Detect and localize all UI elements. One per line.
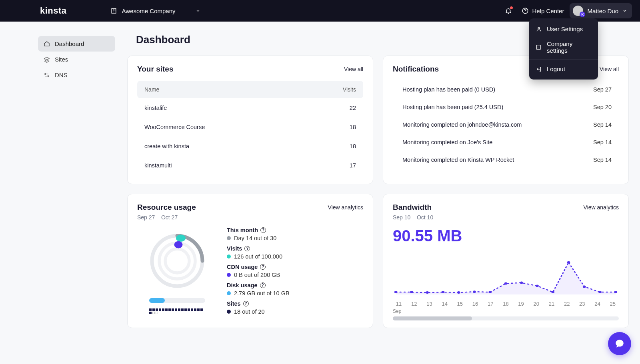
site-visits: 17 (324, 162, 356, 169)
user-name-label: Matteo Duo (587, 8, 618, 14)
sidebar-item-label: DNS (55, 72, 68, 78)
sidebar-item-sites[interactable]: Sites (38, 52, 115, 67)
bandwidth-x-axis: 111213141516171819202122232425 (393, 301, 619, 307)
notification-row[interactable]: Monitoring completed on johndoe@kinsta.c… (393, 116, 619, 133)
card-title: Notifications (393, 65, 439, 74)
metric-label-disk: Disk usage? (227, 282, 363, 288)
metric-label-visits: Visits? (227, 245, 363, 252)
notification-row[interactable]: Monitoring completed on Joe's Site Sep 1… (393, 133, 619, 151)
dropdown-company-settings[interactable]: Company settings (529, 36, 598, 58)
svg-point-19 (520, 282, 523, 284)
svg-point-10 (174, 241, 183, 249)
bandwidth-total: 90.55 MB (393, 227, 619, 245)
user-menu-trigger[interactable]: Matteo Duo (570, 3, 632, 18)
site-name: kinstalife (144, 105, 324, 111)
notification-badge-dot (510, 6, 513, 9)
card-title: Resource usage (137, 203, 196, 212)
help-center-label: Help Center (532, 8, 564, 14)
svg-point-22 (567, 261, 570, 264)
resource-range: Sep 27 – Oct 27 (137, 214, 363, 221)
sidebar-item-label: Sites (55, 56, 68, 63)
chevron-down-icon (622, 8, 627, 13)
chevron-down-icon (196, 8, 200, 13)
logout-icon (536, 66, 542, 72)
svg-point-23 (583, 285, 586, 288)
svg-point-8 (165, 249, 189, 273)
dropdown-user-settings[interactable]: User Settings (529, 22, 598, 36)
metric-label-cdn: CDN usage? (227, 264, 363, 270)
sites-usage-dots (149, 308, 205, 314)
card-resource-usage: Resource usage View analytics Sep 27 – O… (127, 194, 373, 328)
column-header-name: Name (144, 86, 324, 93)
company-switcher[interactable]: Awesome Company (111, 7, 200, 14)
info-icon[interactable]: ? (244, 246, 250, 251)
svg-point-18 (504, 282, 508, 285)
metric-value-visits: 126 out of 100,000 (227, 253, 363, 260)
svg-point-20 (536, 284, 539, 287)
svg-point-16 (473, 290, 476, 293)
notification-row[interactable]: Monitoring completed on Kinsta WP Rocket… (393, 151, 619, 169)
dropdown-logout[interactable]: Logout (529, 62, 598, 76)
card-your-sites: Your sites View all Name Visits kinstali… (127, 56, 373, 184)
notification-text: Monitoring completed on Joe's Site (402, 139, 580, 145)
user-dropdown-menu: User Settings Company settings Logout (529, 18, 598, 80)
svg-point-11 (394, 291, 398, 293)
view-all-notifications-link[interactable]: View all (600, 66, 619, 72)
notification-row[interactable]: Hosting plan has been paid (25.4 USD) Se… (393, 98, 619, 116)
dns-icon (44, 72, 50, 78)
info-icon[interactable]: ? (260, 264, 266, 270)
view-all-sites-link[interactable]: View all (344, 66, 363, 72)
svg-point-25 (614, 291, 617, 293)
view-analytics-link[interactable]: View analytics (584, 204, 619, 211)
building-icon (536, 44, 542, 50)
bandwidth-range: Sep 10 – Oct 10 (393, 214, 619, 221)
user-icon (536, 26, 542, 32)
site-visits: 18 (324, 143, 356, 149)
card-title: Bandwidth (393, 203, 432, 212)
svg-point-9 (176, 235, 186, 242)
table-row[interactable]: WooCommerce Course 18 (137, 117, 363, 137)
home-icon (44, 41, 50, 47)
sidebar-item-dns[interactable]: DNS (38, 67, 115, 83)
view-analytics-link[interactable]: View analytics (328, 204, 363, 211)
site-name: create with kinsta (144, 143, 324, 149)
info-icon[interactable]: ? (260, 282, 266, 288)
info-icon[interactable]: ? (243, 301, 249, 306)
notification-date: Sep 20 (580, 104, 612, 110)
resource-donut-wrap (137, 227, 217, 319)
site-visits: 18 (324, 124, 356, 130)
sidebar-nav: Dashboard Sites DNS (0, 22, 124, 364)
table-row[interactable]: create with kinsta 18 (137, 137, 363, 156)
metric-value-cdn: 0 B out of 200 GB (227, 272, 363, 278)
notifications-bell-button[interactable] (501, 3, 516, 18)
chat-fab-button[interactable] (608, 332, 631, 355)
resource-donut-chart (147, 231, 207, 291)
metric-label-sites: Sites? (227, 300, 363, 307)
table-row[interactable]: kinstamulti 17 (137, 156, 363, 175)
layers-icon (44, 56, 50, 63)
help-center-link[interactable]: Help Center (522, 7, 564, 14)
notification-date: Sep 27 (580, 86, 612, 93)
bandwidth-x-axis-month: Sep (393, 308, 619, 314)
notification-text: Hosting plan has been paid (25.4 USD) (402, 104, 580, 110)
svg-point-2 (538, 27, 540, 29)
bandwidth-line-chart (393, 253, 619, 297)
help-circle-icon (522, 7, 529, 14)
chart-scrollbar[interactable] (393, 316, 619, 320)
site-visits: 22 (324, 105, 356, 111)
metric-value-sites: 18 out of 20 (227, 308, 363, 315)
company-name-label: Awesome Company (122, 8, 176, 14)
brand-logo: kinsta (40, 6, 67, 16)
info-icon[interactable]: ? (260, 227, 266, 233)
card-title: Your sites (137, 65, 173, 74)
building-icon (111, 7, 118, 14)
sites-table-header: Name Visits (137, 81, 363, 98)
disk-usage-bar (149, 298, 205, 303)
metric-label-month: This month? (227, 227, 363, 233)
notification-date: Sep 14 (580, 121, 612, 128)
notification-row[interactable]: Hosting plan has been paid (0 USD) Sep 2… (393, 81, 619, 98)
site-name: WooCommerce Course (144, 124, 324, 130)
table-row[interactable]: kinstalife 22 (137, 98, 363, 117)
sidebar-item-dashboard[interactable]: Dashboard (38, 36, 115, 52)
metric-value-disk: 2.79 GB out of 10 GB (227, 290, 363, 296)
